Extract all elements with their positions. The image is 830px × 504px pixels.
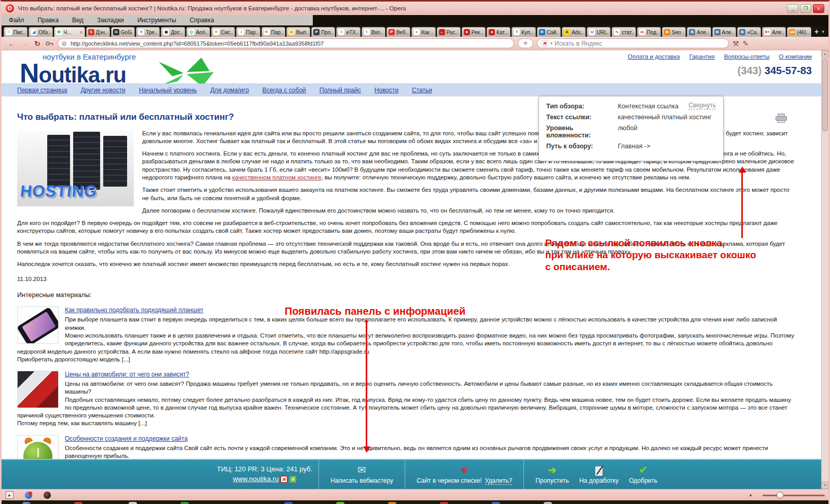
skip-button[interactable]: ➔ Пропустить bbox=[530, 460, 574, 489]
browser-tab[interactable]: ◗ Пар... bbox=[236, 27, 260, 37]
maximize-button[interactable]: ❐ bbox=[800, 4, 811, 13]
browser-tab[interactable]: ılı Под... bbox=[637, 27, 661, 37]
zoom-slider-handle[interactable] bbox=[777, 492, 784, 499]
related-item-link[interactable]: Как правильно подобрать подходящий планш… bbox=[65, 306, 203, 315]
nav-link[interactable]: Для дома/игр bbox=[210, 87, 249, 94]
scroll-down-icon[interactable]: ▼ bbox=[822, 482, 828, 489]
browser-tab[interactable]: 8+ Але... bbox=[762, 27, 786, 37]
scrollbar-thumb[interactable] bbox=[822, 59, 828, 131]
browser-tab[interactable]: B Але... bbox=[712, 27, 736, 37]
browser-tab[interactable]: ok (46)... bbox=[787, 27, 811, 37]
browser-tab[interactable]: U URL... bbox=[587, 27, 611, 37]
panel-toggle-icon[interactable]: ▸ bbox=[6, 491, 13, 499]
nav-link[interactable]: Статьи bbox=[412, 87, 432, 94]
delete-link[interactable]: Удалить? bbox=[485, 477, 513, 485]
browser-tab[interactable]: ◢ Обз... bbox=[29, 27, 52, 37]
taskbar-icon[interactable] bbox=[336, 502, 344, 504]
tab-list-caret-icon[interactable]: ▾ bbox=[822, 29, 824, 34]
scroll-up-icon[interactable]: ▲ bbox=[822, 50, 828, 58]
browser-tab[interactable]: P Веб... bbox=[386, 27, 410, 37]
collapse-link[interactable]: Свернуть bbox=[688, 102, 716, 109]
menu-item[interactable]: Файл bbox=[9, 17, 24, 24]
close-button[interactable]: x bbox=[813, 4, 824, 13]
menu-item[interactable]: Вид bbox=[72, 17, 84, 24]
browser-tab[interactable]: G GoG... bbox=[111, 27, 135, 37]
sync-icon[interactable] bbox=[25, 492, 32, 499]
related-item-link[interactable]: Цены на автомобили: от чего они зависят? bbox=[65, 371, 189, 379]
turbo-icon[interactable] bbox=[44, 492, 51, 499]
write-webmaster-button[interactable]: ✉ Написать вебмастеру bbox=[325, 460, 398, 489]
nav-link[interactable]: Начальный уровень bbox=[139, 87, 197, 94]
zoom-slider-track[interactable] bbox=[763, 495, 825, 496]
taskbar-icon[interactable] bbox=[22, 502, 31, 504]
header-link[interactable]: Оплата и доставка bbox=[628, 53, 680, 60]
taskbar-icon[interactable] bbox=[492, 502, 500, 504]
nav-link[interactable]: Другие новости bbox=[80, 87, 125, 94]
rework-button[interactable]: На доработку bbox=[574, 460, 624, 489]
taskbar-icon[interactable] bbox=[284, 502, 293, 504]
new-tab-button[interactable]: + bbox=[814, 27, 819, 36]
url-field[interactable]: ◍ bbox=[58, 38, 514, 48]
reload-button[interactable]: ↻ bbox=[33, 39, 42, 48]
browser-tab[interactable]: S Дэн... bbox=[86, 27, 110, 37]
browser-tab[interactable]: R Сай... bbox=[537, 27, 561, 37]
menu-item[interactable]: Справка bbox=[190, 17, 214, 24]
back-button[interactable]: ← bbox=[7, 39, 16, 48]
browser-tab[interactable]: B Але... bbox=[687, 27, 711, 37]
forward-button[interactable]: → bbox=[20, 39, 29, 48]
browser-tab-active[interactable]: ✿ Ч... × bbox=[54, 27, 85, 37]
browser-tab[interactable]: ≡ eTX... bbox=[336, 27, 360, 37]
browser-tab[interactable]: ✳ Пар... bbox=[261, 27, 285, 37]
browser-tab[interactable]: Y Тре... bbox=[136, 27, 160, 37]
browser-tab[interactable]: ✳ Сис... bbox=[211, 27, 235, 37]
bookmark-star-button[interactable]: ★ bbox=[518, 38, 533, 48]
header-link[interactable]: Вопросы-ответы bbox=[724, 53, 770, 60]
browser-tab[interactable]: P Про... bbox=[311, 27, 335, 37]
minimize-button[interactable]: _ bbox=[787, 4, 798, 13]
taskbar-icon[interactable] bbox=[544, 502, 552, 504]
browser-tab[interactable]: ◉ Дос... bbox=[161, 27, 185, 37]
search-engine-caret-icon[interactable]: ▾ bbox=[550, 41, 552, 46]
tab-close-icon[interactable]: × bbox=[80, 30, 83, 35]
taskbar-icon[interactable] bbox=[74, 502, 82, 504]
taskbar-icon[interactable] bbox=[440, 502, 448, 504]
related-item-link[interactable]: Особенности создания и поддержки сайта bbox=[65, 435, 188, 443]
nav-link[interactable]: Полный прайс bbox=[320, 87, 361, 94]
header-link[interactable]: О компании bbox=[779, 53, 812, 60]
edit-pencil-icon[interactable]: ✎ bbox=[743, 39, 749, 48]
taskbar-icon[interactable] bbox=[181, 502, 189, 504]
nav-link[interactable]: Новости bbox=[375, 87, 398, 94]
menu-item[interactable]: Инструменты bbox=[137, 17, 176, 24]
site-link[interactable]: www.noutika.ru bbox=[233, 474, 279, 484]
page-scrollbar[interactable]: ▲ ▼ bbox=[821, 50, 828, 489]
nav-link[interactable]: Всегда с собой bbox=[262, 87, 306, 94]
menu-item[interactable]: Закладки bbox=[97, 17, 124, 24]
menu-item[interactable]: Правка bbox=[38, 17, 59, 24]
browser-tab[interactable]: ▪ Как ... bbox=[411, 27, 435, 37]
browser-tab[interactable]: t Вхо... bbox=[362, 27, 385, 37]
browser-tab[interactable]: A Ads... bbox=[562, 27, 586, 37]
browser-tab[interactable]: ∿ стат... bbox=[612, 27, 635, 37]
browser-tab[interactable]: Т Куп... bbox=[511, 27, 535, 37]
nav-link[interactable]: Первая страница bbox=[17, 87, 67, 94]
zoom-menu-icon[interactable]: ▲ bbox=[749, 493, 753, 497]
browser-tab[interactable]: Q Aori... bbox=[186, 27, 210, 37]
header-link[interactable]: Гарантия bbox=[689, 53, 715, 60]
browser-tab[interactable]: ● Рек... bbox=[462, 27, 486, 37]
browser-tab[interactable]: B «Са... bbox=[737, 27, 761, 37]
blacklist-button[interactable]: ♥ Сайт в черном списке! Удалить? bbox=[411, 460, 517, 489]
browser-tab[interactable]: – Рас... bbox=[437, 27, 461, 37]
site-logo[interactable]: ноутбуки в Екатеринбурге Noutika.ru bbox=[20, 52, 136, 86]
approve-button[interactable]: ✔ Одобрить bbox=[624, 460, 663, 489]
browser-tab[interactable]: ■ Вып... bbox=[286, 27, 310, 37]
search-input[interactable] bbox=[555, 40, 724, 47]
context-link[interactable]: качественном платном хостинге bbox=[232, 174, 322, 180]
taskbar-icon[interactable] bbox=[388, 502, 396, 504]
browser-tab[interactable]: ● Кат... bbox=[487, 27, 510, 37]
taskbar-icon[interactable] bbox=[129, 502, 137, 504]
tools-wrench-icon[interactable]: ⚒ bbox=[732, 39, 739, 48]
url-input[interactable] bbox=[71, 40, 509, 47]
search-field[interactable]: Я ▾ bbox=[537, 38, 729, 48]
browser-tab[interactable]: ≡ Пис... bbox=[4, 27, 27, 37]
browser-tab[interactable]: B Seo ... bbox=[662, 27, 686, 37]
